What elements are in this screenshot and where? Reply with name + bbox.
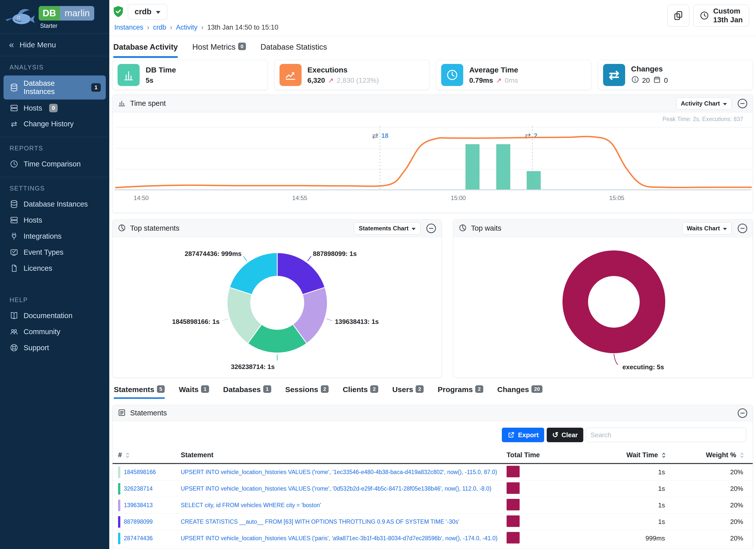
statement-link[interactable]: UPSERT INTO vehicle_location_histories V…	[181, 535, 498, 541]
sidebar-item-database-instances-settings[interactable]: Database Instances	[0, 196, 109, 212]
sidebar-item-database-instances[interactable]: Database Instances 1	[4, 75, 106, 100]
table-header: # Statement Total Time Wait Time Weight …	[113, 445, 753, 464]
database-icon	[10, 200, 19, 208]
statements-chart-selector[interactable]: Statements Chart	[354, 222, 420, 235]
sidebar-item-community[interactable]: Community	[0, 324, 109, 340]
statement-color-bar	[118, 516, 120, 528]
donut-row: Top statements Statements Chart 88789809…	[112, 219, 753, 378]
tab-label: Clients	[343, 385, 368, 395]
statement-id-link[interactable]: 139638413	[124, 502, 153, 509]
sidebar-item-label: Documentation	[24, 312, 72, 320]
tab-database-statistics[interactable]: Database Statistics	[260, 43, 327, 58]
statement-id-link[interactable]: 1845898166	[124, 469, 156, 476]
statements-panel: Statements Export ↺ Clear # Statement To…	[112, 405, 753, 549]
integrations-icon	[10, 232, 19, 240]
tab-badge: 2	[321, 385, 329, 393]
column-header-statement: Statement	[181, 451, 214, 459]
kpi-value: 6,320	[308, 76, 325, 84]
x-axis-tick: 14:55	[292, 195, 307, 201]
collapse-panel-button[interactable]	[737, 408, 748, 418]
sidebar-item-hosts[interactable]: Hosts 0	[0, 100, 109, 116]
sort-icon[interactable]	[660, 452, 667, 459]
tab-badge: 0	[238, 43, 246, 50]
wait-time-value: 1s	[562, 501, 667, 509]
time-spent-panel: Time spent Activity Chart Peak Time: 2s,…	[112, 95, 753, 213]
x-axis-tick: 15:00	[451, 195, 466, 201]
breadcrumb-separator: ›	[147, 24, 149, 31]
tab-database-activity[interactable]: Database Activity	[113, 43, 178, 58]
total-time-bar	[507, 515, 520, 527]
event-types-icon	[10, 248, 19, 256]
activity-chart-selector[interactable]: Activity Chart	[676, 97, 732, 110]
waits-chart-selector[interactable]: Waits Chart	[682, 222, 732, 235]
table-row: 287474436UPSERT INTO vehicle_location_hi…	[113, 530, 753, 547]
tab-databases[interactable]: Databases1	[223, 385, 271, 399]
community-icon	[10, 327, 19, 336]
collapse-panel-button[interactable]	[737, 223, 748, 234]
sidebar-item-event-types[interactable]: Event Types	[0, 244, 109, 260]
copy-icon	[673, 10, 684, 21]
undo-icon: ↺	[552, 431, 558, 439]
statement-link[interactable]: UPSERT INTO vehicle_location_histories V…	[181, 485, 491, 492]
collapse-panel-button[interactable]	[426, 223, 436, 234]
main-content: crdb Instances › crdb › Activity › 13th …	[109, 0, 756, 549]
marlin-logo-icon	[5, 5, 38, 30]
kpi-event-count: 0	[664, 76, 668, 84]
sidebar-item-hosts-settings[interactable]: Hosts	[0, 212, 109, 228]
tab-badge: 20	[531, 385, 542, 393]
wait-time-value: 1s	[562, 468, 667, 476]
tab-label: Host Metrics	[192, 43, 235, 53]
sidebar-item-label: Database Instances	[24, 79, 84, 96]
sidebar-item-time-comparison[interactable]: Time Comparison	[0, 156, 109, 172]
sidebar-item-integrations[interactable]: Integrations	[0, 228, 109, 244]
clear-button[interactable]: ↺ Clear	[547, 428, 583, 442]
breadcrumb-activity[interactable]: Activity	[176, 24, 198, 31]
tab-waits[interactable]: Waits1	[179, 385, 209, 399]
weight-value: 20%	[667, 485, 745, 493]
sort-icon[interactable]	[739, 452, 745, 459]
tab-badge: 5	[157, 385, 165, 393]
sidebar-item-documentation[interactable]: Documentation	[0, 308, 109, 324]
statement-id-link[interactable]: 887898099	[124, 518, 153, 525]
export-button[interactable]: Export	[502, 428, 544, 442]
chevron-down-icon	[156, 11, 160, 14]
clock-icon	[441, 64, 463, 86]
statement-link[interactable]: UPSERT INTO vehicle_location_histories V…	[181, 469, 497, 475]
instance-selector[interactable]: crdb	[128, 4, 167, 20]
tab-badge: 2	[416, 385, 424, 393]
time-range-mode: Custom	[713, 7, 743, 16]
copy-link-button[interactable]	[667, 5, 689, 27]
statement-id-link[interactable]: 326238714	[124, 485, 153, 492]
statement-link[interactable]: CREATE STATISTICS __auto__ FROM [63] WIT…	[181, 518, 459, 525]
sidebar-item-support[interactable]: Support	[0, 340, 109, 356]
donut-label: executing: 5s	[622, 363, 664, 371]
tab-host-metrics[interactable]: Host Metrics 0	[192, 43, 246, 58]
info-circle-icon	[631, 75, 639, 85]
statement-link[interactable]: SELECT city, id FROM vehicles WHERE city…	[181, 502, 321, 508]
wait-time-value: 999ms	[562, 534, 667, 542]
time-range-button[interactable]: Custom 13th Jan	[693, 5, 749, 27]
hide-menu-button[interactable]: « Hide Menu	[0, 34, 109, 56]
breadcrumb-crdb[interactable]: crdb	[153, 24, 166, 31]
statement-id-link[interactable]: 287474436	[124, 535, 153, 542]
search-input[interactable]	[586, 428, 746, 442]
sidebar-item-change-history[interactable]: ⇄ Change History	[0, 116, 109, 132]
collapse-panel-button[interactable]	[737, 98, 748, 109]
sidebar-item-label: Integrations	[24, 232, 62, 240]
tab-users[interactable]: Users2	[392, 385, 424, 399]
tab-sessions[interactable]: Sessions2	[285, 385, 329, 399]
health-shield-icon	[113, 6, 124, 18]
swap-icon: ⇄	[525, 132, 531, 140]
breadcrumb-instances[interactable]: Instances	[114, 24, 143, 31]
tab-clients[interactable]: Clients2	[343, 385, 378, 399]
clock-icon	[700, 11, 709, 20]
donut-label: 139638413: 1s	[335, 318, 379, 325]
statement-color-bar	[118, 500, 120, 511]
table-row: 326238714UPSERT INTO vehicle_location_hi…	[113, 481, 753, 497]
tab-programs[interactable]: Programs2	[438, 385, 483, 399]
sort-icon[interactable]	[124, 452, 131, 459]
tab-changes[interactable]: Changes20	[497, 385, 542, 399]
chart-icon	[118, 99, 126, 108]
sidebar-item-licences[interactable]: Licences	[0, 260, 109, 276]
tab-statements[interactable]: Statements5	[114, 385, 165, 399]
